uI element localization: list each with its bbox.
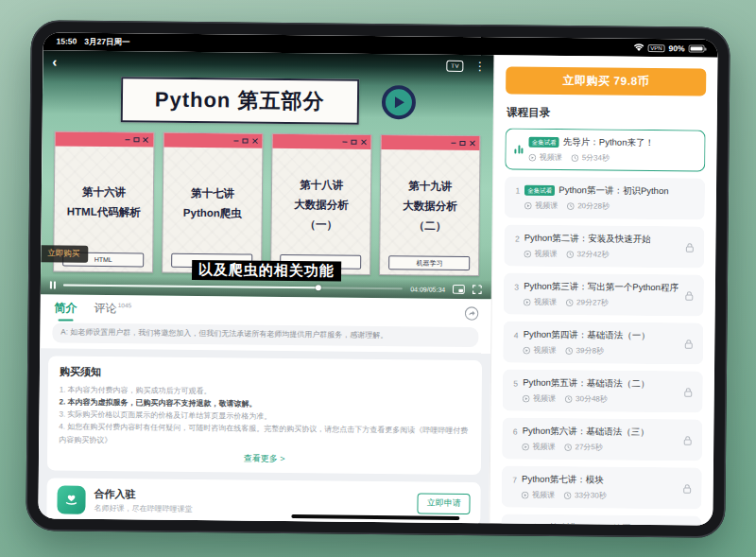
slide-card: 第十八讲 大数据分析 （一） (270, 133, 372, 275)
lesson-title: Python第七讲：模块 (522, 474, 604, 487)
lesson-title: Python第五讲：基础语法（二） (523, 377, 649, 391)
slide-card: 第十七讲 Python爬虫 (162, 132, 264, 274)
window-titlebar (55, 131, 153, 147)
close-icon (361, 139, 367, 145)
lesson-title: Python第八讲：Python绘图 (522, 522, 631, 526)
video-player[interactable]: ‹ TV ⋮ Python 第五部分 (41, 50, 494, 299)
lesson-duration: 27分5秒 (575, 442, 602, 452)
card-line: 第十六讲 (82, 185, 126, 200)
course-list: 全集试看 先导片：Python来了！ 视频课 5分34秒 (502, 128, 706, 525)
lock-icon (683, 387, 694, 397)
close-icon (144, 137, 149, 143)
lesson-title: Python第四讲：基础语法（一） (524, 329, 650, 342)
window-titlebar (164, 133, 263, 148)
purchase-notes-card: 购买须知 1. 本内容为付费内容，购买成功后方可观看。 2. 本内容为虚拟服务，… (47, 356, 483, 475)
clock-icon (572, 154, 579, 162)
apply-now-button[interactable]: 立即申请 (418, 493, 471, 514)
close-icon (252, 138, 258, 144)
lesson-index: 5 (512, 378, 519, 388)
card-line: （二） (414, 218, 447, 233)
lower-section: 购买须知 1. 本内容为付费内容，购买成功后方可观看。 2. 本内容为虚拟服务，… (38, 348, 490, 523)
heart-hand-icon (57, 485, 85, 513)
teacher-group-notice: A: 如老师设置用户群，我们将邀您加入，但我们无法承诺所有老师均提供用户群服务，… (52, 322, 479, 347)
app-screen: 15:50 3月27日周一 VPN 90% ‹ T (38, 32, 717, 525)
buy-now-overlay-button[interactable]: 立即购买 (41, 245, 88, 263)
tv-cast-icon[interactable]: TV (447, 60, 464, 71)
trial-badge: 全集试看 (524, 185, 555, 196)
window-titlebar (382, 135, 480, 150)
card-line: 第十八讲 (300, 178, 343, 192)
lesson-duration: 33分30秒 (575, 490, 607, 500)
progress-knob[interactable] (315, 285, 320, 290)
progress-bar[interactable] (63, 285, 403, 290)
video-type-icon (524, 250, 532, 257)
lesson-duration: 20分28秒 (577, 200, 610, 211)
lesson-index: 4 (513, 330, 520, 339)
card-line: 大数据分析 (403, 199, 457, 214)
cooperation-subtitle: 名师好课，尽在哔哩哔哩课堂 (94, 503, 192, 514)
lesson-index: 6 (512, 426, 519, 436)
video-type-icon (529, 153, 537, 161)
card-line: 大数据分析 (294, 198, 349, 213)
content-column: ‹ TV ⋮ Python 第五部分 (38, 50, 494, 523)
trial-badge: 全集试看 (529, 137, 559, 148)
slide-card: 第十九讲 大数据分析 （二） 机器学习 (379, 134, 481, 276)
see-more-link[interactable]: 查看更多 > (59, 450, 470, 467)
restore-icon (243, 138, 249, 143)
list-item[interactable]: 6 Python第六讲：基础语法（三） 视频课 27分5秒 (502, 417, 702, 461)
lock-icon (682, 435, 693, 445)
status-date: 3月27日周一 (84, 36, 129, 48)
video-time: 04:09/05:34 (410, 286, 445, 292)
pause-icon[interactable] (50, 281, 56, 288)
list-item[interactable]: 全集试看 先导片：Python来了！ 视频课 5分34秒 (506, 128, 706, 171)
list-item[interactable]: 3 Python第三讲：写出第一个Python程序 视频课 29分27秒 (504, 272, 704, 316)
lock-icon (684, 290, 695, 301)
share-icon[interactable] (465, 306, 479, 321)
video-type-icon (522, 443, 529, 450)
vpn-badge: VPN (647, 44, 664, 51)
slide-cards: 第十六讲 HTML代码解析 HTML (53, 131, 481, 276)
battery-icon (689, 44, 705, 52)
minimize-icon (234, 140, 239, 142)
tab-bar: 简介 评论 1045 (41, 294, 492, 326)
list-item[interactable]: 7 Python第七讲：模块 视频课 33分30秒 (502, 465, 702, 509)
buy-now-button[interactable]: 立即购买 79.8币 (506, 66, 706, 96)
battery-percent: 90% (669, 44, 685, 53)
clock-icon (567, 251, 575, 258)
clock-icon (565, 395, 573, 403)
lesson-index: 7 (511, 475, 518, 484)
progress-played (63, 285, 318, 289)
fullscreen-icon[interactable] (472, 285, 482, 294)
minimize-icon (126, 139, 130, 141)
lesson-title: Python第三讲：写出第一个Python程序 (524, 281, 679, 295)
lesson-duration: 32分42秒 (577, 249, 610, 259)
lesson-index: 8 (511, 523, 518, 526)
tab-comments[interactable]: 评论 1045 (94, 297, 132, 322)
lesson-title: Python第二讲：安装及快速开始 (524, 233, 651, 246)
video-type-icon (522, 491, 529, 498)
restore-icon (352, 140, 357, 145)
list-item[interactable]: 1 全集试看 Python第一讲：初识Python 视频课 20分28秒 (505, 176, 705, 219)
lesson-type: 视频课 (532, 490, 555, 500)
lesson-index: 1 (514, 185, 521, 195)
pip-icon[interactable] (453, 285, 465, 294)
play-button[interactable] (381, 85, 415, 119)
list-item[interactable]: 2 Python第二讲：安装及快速开始 视频课 32分42秒 (504, 224, 704, 268)
course-panel: 立即购买 79.8币 课程目录 全集试看 先导片：Python来了！ (490, 55, 718, 525)
lesson-type: 视频课 (540, 152, 562, 163)
comments-count: 1045 (118, 302, 132, 308)
clock-icon (564, 492, 572, 499)
lock-icon (682, 483, 693, 494)
clock-icon (566, 347, 574, 355)
lesson-index: 2 (514, 234, 521, 243)
lesson-duration: 30分48秒 (576, 393, 608, 404)
ipad-device-frame: 15:50 3月27日周一 VPN 90% ‹ T (26, 20, 730, 538)
list-item[interactable]: 4 Python第四讲：基础语法（一） 视频课 39分8秒 (503, 321, 703, 364)
tab-intro[interactable]: 简介 (53, 296, 79, 322)
lesson-title: 先导片：Python来了！ (563, 136, 654, 149)
more-vertical-icon[interactable]: ⋮ (474, 61, 486, 72)
lesson-title: Python第六讲：基础语法（三） (523, 426, 649, 439)
list-item[interactable]: 8 Python第八讲：Python绘图 视频课 31分55秒 (502, 513, 702, 525)
list-item[interactable]: 5 Python第五讲：基础语法（二） 视频课 30分48秒 (503, 369, 703, 412)
back-icon[interactable]: ‹ (52, 54, 57, 68)
